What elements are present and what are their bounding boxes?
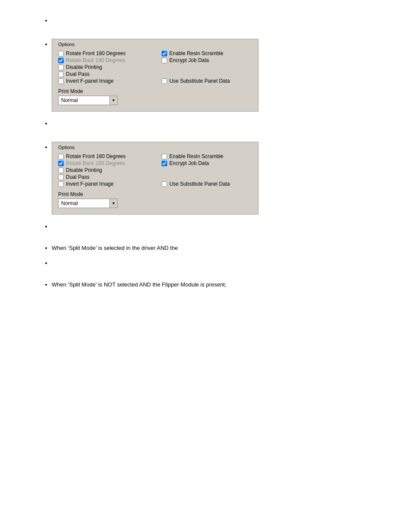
label-use-substitute: Use Substitute Panel Data [169,78,230,84]
checkbox-use-substitute2[interactable] [162,181,167,187]
options-title-1: Options [58,42,252,47]
option-invert-fpanel: Invert F-panel Image [58,78,157,84]
checkbox-dual-pass2[interactable] [58,174,64,180]
label-enable-resin: Enable Resin Scramble [169,50,223,56]
dropdown-arrow-1[interactable]: ▼ [110,96,118,105]
option-rotate-front2: Rotate Front 180 Degrees [58,153,157,159]
option-rotate-back2: Rotate Back 180 Degrees [58,160,157,166]
list-item-7 [52,260,385,273]
option-empty2 [162,71,256,77]
label-rotate-back: Rotate Back 180 Degrees [66,57,125,63]
label-rotate-front2: Rotate Front 180 Degrees [66,153,126,159]
option-encrypt-job: Encrypt Job Data [162,57,256,63]
list-item-4: Options Rotate Front 180 Degrees Rotate … [52,142,385,215]
options-title-2: Options [58,145,252,150]
checkbox-rotate-back2[interactable] [58,161,64,166]
checkbox-rotate-front[interactable] [58,51,64,56]
print-mode-value-2: Normal [58,199,110,208]
list-item-2: Options Rotate Front 180 Degrees Rotate … [52,39,385,112]
list-item-8: When ‘Split Mode’ is NOT selected AND th… [52,281,385,288]
label-rotate-front: Rotate Front 180 Degrees [66,50,126,56]
checkbox-rotate-front2[interactable] [58,154,64,159]
content-area: Options Rotate Front 180 Degrees Rotate … [43,17,385,288]
options-left-col-2: Rotate Front 180 Degrees Rotate Back 180… [58,153,157,188]
option-dual-pass2: Dual Pass [58,174,157,180]
list-item-6: When ‘Split Mode’ is selected in the dri… [52,245,385,251]
label-enable-resin2: Enable Resin Scramble [169,153,223,159]
label-empty2 [162,71,163,77]
option-enable-resin: Enable Resin Scramble [162,50,256,56]
option-enable-resin2: Enable Resin Scramble [162,153,256,159]
print-mode-select-1[interactable]: Normal ▼ [58,96,252,105]
list-item-3 [52,120,385,133]
options-box-2: Options Rotate Front 180 Degrees Rotate … [52,142,258,215]
options-right-col-1: Enable Resin Scramble Encrypt Job Data [162,50,256,85]
label-dual-pass: Dual Pass [66,71,90,77]
option-rotate-back: Rotate Back 180 Degrees [58,57,157,63]
label-disable-printing2: Disable Printing [66,167,102,173]
options-box-1: Options Rotate Front 180 Degrees Rotate … [52,39,258,112]
label-encrypt-job2: Encrypt Job Data [169,160,209,166]
bullet-text-6: When ‘Split Mode’ is selected in the dri… [52,245,178,251]
label-disable-printing: Disable Printing [66,64,102,70]
list-item-5 [52,223,385,236]
checkbox-encrypt-job[interactable] [162,58,167,63]
options-grid-2: Rotate Front 180 Degrees Rotate Back 180… [58,153,252,188]
label-invert-fpanel2: Invert F-panel Image [66,181,114,187]
option-empty3 [162,167,256,173]
label-rotate-back2: Rotate Back 180 Degrees [66,160,125,166]
option-disable-printing: Disable Printing [58,64,157,70]
dropdown-arrow-2[interactable]: ▼ [110,199,118,208]
print-mode-select-2[interactable]: Normal ▼ [58,199,252,208]
option-rotate-front: Rotate Front 180 Degrees [58,50,157,56]
checkbox-enable-resin[interactable] [162,51,167,56]
option-use-substitute2: Use Substitute Panel Data [162,181,256,187]
checkbox-invert-fpanel[interactable] [58,78,64,84]
option-encrypt-job2: Encrypt Job Data [162,160,256,166]
label-encrypt-job: Encrypt Job Data [169,57,209,63]
label-empty1 [162,64,163,70]
checkbox-dual-pass[interactable] [58,72,64,77]
checkbox-encrypt-job2[interactable] [162,161,167,166]
print-mode-label-1: Print Mode [58,88,252,94]
option-dual-pass: Dual Pass [58,71,157,77]
bullet-text-8: When ‘Split Mode’ is NOT selected AND th… [52,281,226,288]
options-right-col-2: Enable Resin Scramble Encrypt Job Data [162,153,256,188]
checkbox-use-substitute[interactable] [162,78,167,84]
label-use-substitute2: Use Substitute Panel Data [169,181,230,187]
option-empty1 [162,64,256,70]
bullet-list: Options Rotate Front 180 Degrees Rotate … [43,17,385,288]
checkbox-invert-fpanel2[interactable] [58,181,64,187]
label-empty3 [162,167,163,173]
label-invert-fpanel: Invert F-panel Image [66,78,114,84]
print-mode-section-2: Print Mode Normal ▼ [58,191,252,208]
option-disable-printing2: Disable Printing [58,167,157,173]
checkbox-rotate-back[interactable] [58,58,64,63]
label-dual-pass2: Dual Pass [66,174,90,180]
checkbox-disable-printing[interactable] [58,65,64,70]
list-item-1 [52,17,385,30]
option-invert-fpanel2: Invert F-panel Image [58,181,157,187]
option-use-substitute: Use Substitute Panel Data [162,78,256,84]
print-mode-value-1: Normal [58,96,110,105]
print-mode-section-1: Print Mode Normal ▼ [58,88,252,105]
print-mode-label-2: Print Mode [58,191,252,197]
options-grid-1: Rotate Front 180 Degrees Rotate Back 180… [58,50,252,85]
option-empty4 [162,174,256,180]
checkbox-enable-resin2[interactable] [162,154,167,159]
checkbox-disable-printing2[interactable] [58,168,64,173]
options-left-col-1: Rotate Front 180 Degrees Rotate Back 180… [58,50,157,85]
label-empty4 [162,174,163,180]
